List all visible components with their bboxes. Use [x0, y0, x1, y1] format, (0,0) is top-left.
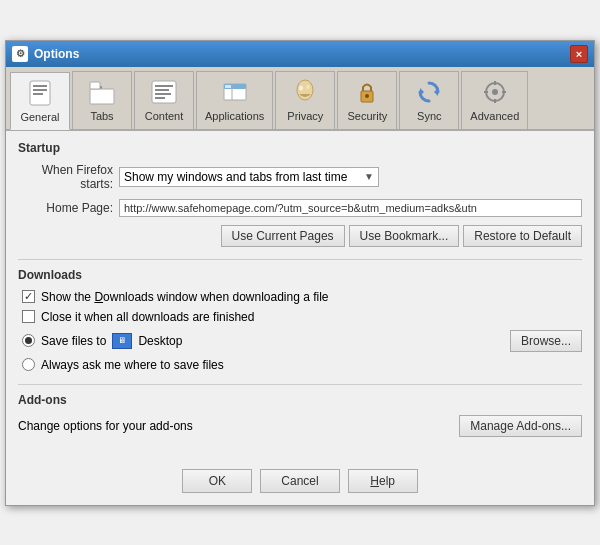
svg-point-24 — [492, 89, 498, 95]
svg-point-20 — [365, 94, 369, 98]
svg-rect-5 — [90, 89, 114, 104]
tab-general[interactable]: General — [10, 72, 70, 130]
content-area: Startup When Firefox starts: Show my win… — [6, 131, 594, 459]
svg-rect-6 — [90, 82, 100, 89]
content-icon — [148, 76, 180, 108]
show-downloads-checkbox[interactable] — [22, 290, 35, 303]
tab-security-label: Security — [347, 110, 387, 122]
tab-advanced[interactable]: Advanced — [461, 71, 528, 129]
desktop-label: Desktop — [138, 334, 182, 348]
applications-icon — [219, 76, 251, 108]
use-current-pages-button[interactable]: Use Current Pages — [221, 225, 345, 247]
when-firefox-label: When Firefox starts: — [18, 163, 113, 191]
restore-default-button[interactable]: Restore to Default — [463, 225, 582, 247]
addons-title: Add-ons — [18, 393, 582, 407]
startup-title: Startup — [18, 141, 582, 155]
svg-rect-28 — [502, 91, 506, 93]
downloads-section: Downloads Show the Downloads window when… — [18, 268, 582, 372]
browse-button[interactable]: Browse... — [510, 330, 582, 352]
svg-rect-3 — [33, 93, 43, 95]
help-label-rest: elp — [379, 474, 395, 488]
save-files-radio[interactable] — [22, 334, 35, 347]
always-ask-label: Always ask me where to save files — [41, 358, 224, 372]
downloads-title: Downloads — [18, 268, 582, 282]
tabs-icon — [86, 76, 118, 108]
svg-rect-9 — [155, 89, 169, 91]
separator-2 — [18, 384, 582, 385]
svg-rect-25 — [494, 81, 496, 85]
general-icon — [24, 77, 56, 109]
tab-sync-label: Sync — [417, 110, 441, 122]
always-ask-radio[interactable] — [22, 358, 35, 371]
close-button[interactable]: × — [570, 45, 588, 63]
tab-general-label: General — [20, 111, 59, 123]
help-underline: H — [370, 474, 379, 488]
tab-tabs-label: Tabs — [90, 110, 113, 122]
addons-section: Add-ons Change options for your add-ons … — [18, 393, 582, 437]
use-bookmark-button[interactable]: Use Bookmark... — [349, 225, 460, 247]
dropdown-arrow-icon: ▼ — [364, 171, 374, 182]
tab-sync[interactable]: Sync — [399, 71, 459, 129]
save-files-label: Save files to — [41, 334, 106, 348]
manage-addons-button[interactable]: Manage Add-ons... — [459, 415, 582, 437]
svg-point-18 — [307, 85, 310, 89]
tab-applications-label: Applications — [205, 110, 264, 122]
svg-rect-7 — [152, 81, 176, 103]
svg-rect-1 — [33, 85, 47, 87]
close-downloads-checkbox[interactable] — [22, 310, 35, 323]
cancel-button[interactable]: Cancel — [260, 469, 339, 493]
homepage-input[interactable]: http://www.safehomepage.com/?utm_source=… — [119, 199, 582, 217]
svg-point-17 — [299, 85, 303, 90]
startup-dropdown[interactable]: Show my windows and tabs from last time … — [119, 167, 379, 187]
startup-dropdown-row: When Firefox starts: Show my windows and… — [18, 163, 582, 191]
desktop-icon: 🖥 — [112, 333, 132, 349]
svg-rect-26 — [494, 99, 496, 103]
tab-bar: General Tabs Con — [6, 67, 594, 131]
advanced-icon — [479, 76, 511, 108]
tab-tabs[interactable]: Tabs — [72, 71, 132, 129]
ok-button[interactable]: OK — [182, 469, 252, 493]
homepage-row: Home Page: http://www.safehomepage.com/?… — [18, 199, 582, 217]
svg-rect-10 — [155, 93, 171, 95]
svg-rect-27 — [484, 91, 488, 93]
close-downloads-row: Close it when all downloads are finished — [18, 310, 582, 324]
homepage-url: http://www.safehomepage.com/?utm_source=… — [124, 202, 477, 214]
help-button[interactable]: Help — [348, 469, 418, 493]
addons-description: Change options for your add-ons — [18, 419, 193, 433]
show-downloads-label: Show the Downloads window when downloadi… — [41, 290, 329, 304]
close-downloads-label: Close it when all downloads are finished — [41, 310, 254, 324]
always-ask-row: Always ask me where to save files — [18, 358, 582, 372]
svg-rect-11 — [155, 97, 165, 99]
show-downloads-row: Show the Downloads window when downloadi… — [18, 290, 582, 304]
tab-applications[interactable]: Applications — [196, 71, 273, 129]
svg-rect-8 — [155, 85, 173, 87]
options-dialog: ⚙ Options × General — [5, 40, 595, 506]
dialog-title: Options — [34, 47, 79, 61]
homepage-label: Home Page: — [18, 201, 113, 215]
tab-privacy[interactable]: Privacy — [275, 71, 335, 129]
security-icon — [351, 76, 383, 108]
svg-rect-2 — [33, 89, 47, 91]
sync-icon — [413, 76, 445, 108]
svg-rect-15 — [225, 85, 231, 88]
tab-content[interactable]: Content — [134, 71, 194, 129]
tab-content-label: Content — [145, 110, 184, 122]
save-files-row: Save files to 🖥 Desktop Browse... — [18, 330, 582, 352]
tab-advanced-label: Advanced — [470, 110, 519, 122]
footer-buttons: OK Cancel Help — [6, 459, 594, 505]
separator-1 — [18, 259, 582, 260]
titlebar-title: ⚙ Options — [12, 46, 79, 62]
dialog-icon: ⚙ — [12, 46, 28, 62]
tab-privacy-label: Privacy — [287, 110, 323, 122]
homepage-buttons: Use Current Pages Use Bookmark... Restor… — [18, 225, 582, 247]
startup-section: Startup When Firefox starts: Show my win… — [18, 141, 582, 247]
privacy-icon — [289, 76, 321, 108]
tab-security[interactable]: Security — [337, 71, 397, 129]
titlebar: ⚙ Options × — [6, 41, 594, 67]
startup-dropdown-value: Show my windows and tabs from last time — [124, 170, 358, 184]
